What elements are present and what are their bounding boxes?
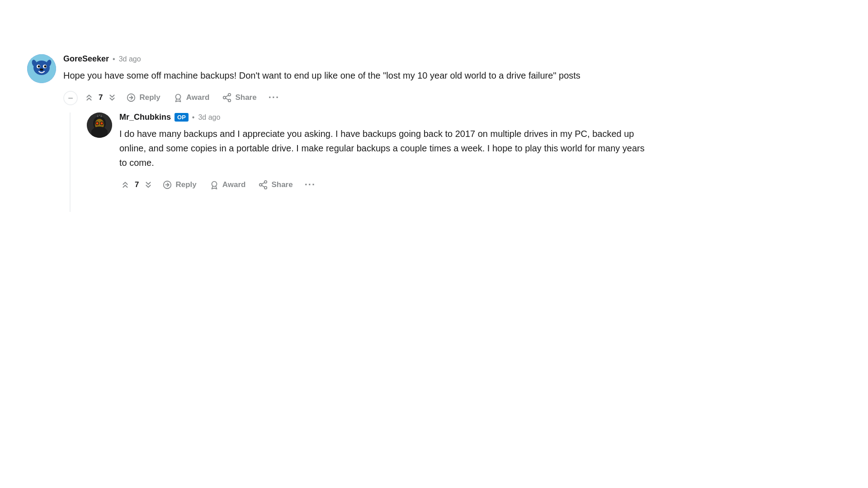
share-button-1[interactable]: Share [217,90,261,105]
collapse-thread-button[interactable]: − [63,91,78,105]
svg-point-22 [101,122,103,125]
svg-point-6 [40,69,43,71]
downvote-button-1[interactable] [106,92,118,103]
svg-point-4 [38,66,40,68]
comment-header-1: GoreSeeker • 3d ago [63,54,651,64]
thread-line [70,113,71,212]
svg-line-33 [262,185,264,187]
comment-1: GoreSeeker • 3d ago Hope you have some o… [27,54,651,212]
comment-text-1: Hope you have some off machine backups! … [63,68,651,83]
reply-icon [126,93,136,103]
svg-point-10 [175,94,180,99]
avatar-mr-chubkins [87,113,112,138]
reply-label-2: Reply [175,180,196,189]
page-container: GoreSeeker • 3d ago Hope you have some o… [0,0,678,243]
svg-point-29 [212,182,217,187]
reply-comment-1: Mr_Chubkins OP • 3d ago I do have many b… [87,113,651,212]
upvote-icon-2 [120,180,130,190]
more-button-2[interactable]: ··· [301,177,319,192]
reply-actions-1: 7 [119,177,651,192]
award-label-1: Award [186,93,210,102]
reply-header-1: Mr_Chubkins OP • 3d ago [119,113,651,122]
reply-label-1: Reply [139,93,160,102]
award-icon [173,93,183,103]
avatar-goreseeker [27,54,56,83]
share-icon-2 [258,180,268,190]
reply-button-1[interactable]: Reply [122,90,165,105]
comment-actions-1: 7 Reply [83,90,283,105]
svg-line-15 [226,95,228,97]
reply-text-1: I do have many backups and I appreciate … [119,127,651,170]
op-badge: OP [175,113,189,122]
svg-point-21 [96,122,99,125]
share-label-1: Share [235,93,256,102]
award-icon-2 [209,180,219,190]
comment-body-1: GoreSeeker • 3d ago Hope you have some o… [63,54,651,212]
downvote-icon-2 [143,180,153,190]
award-button-2[interactable]: Award [205,177,250,192]
upvote-button-2[interactable] [119,179,131,191]
svg-line-34 [262,183,264,184]
reply-body-1: Mr_Chubkins OP • 3d ago I do have many b… [119,113,651,212]
award-button-1[interactable]: Award [169,90,214,105]
more-button-1[interactable]: ··· [265,90,283,105]
reply-timestamp-1: 3d ago [198,113,220,122]
downvote-button-2[interactable] [142,179,154,191]
comment-timestamp-1: 3d ago [119,55,141,63]
svg-rect-27 [91,130,108,134]
reply-button-2[interactable]: Reply [158,177,201,192]
share-label-2: Share [271,180,292,189]
vote-count-1: 7 [99,93,103,102]
reply-author-1: Mr_Chubkins [119,113,171,122]
share-button-2[interactable]: Share [254,177,297,192]
upvote-icon [84,93,94,103]
reply-icon-2 [162,180,172,190]
award-label-2: Award [222,180,246,189]
svg-line-14 [226,98,228,100]
comment-author-1: GoreSeeker [63,54,109,64]
vote-count-2: 7 [135,180,139,189]
upvote-button-1[interactable] [83,92,95,103]
downvote-icon [107,93,117,103]
svg-point-5 [44,66,47,68]
share-icon [222,93,232,103]
